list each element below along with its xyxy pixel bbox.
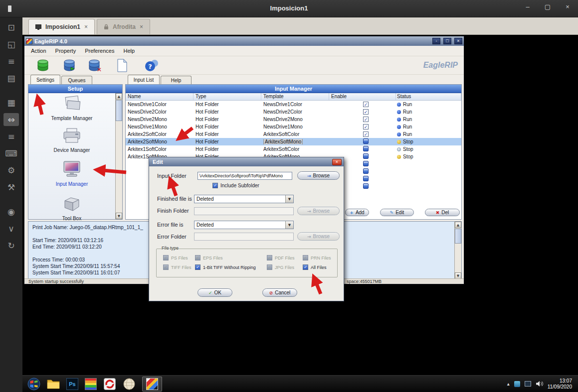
taskbar-clock[interactable]: 13:07 11/09/2020 xyxy=(548,378,572,390)
column-header[interactable]: Name xyxy=(126,93,193,100)
tray-display-icon[interactable] xyxy=(525,381,531,387)
job-delete-icon[interactable]: ✕ xyxy=(88,59,102,72)
tab-afrodita[interactable]: Afrodita × xyxy=(97,19,150,34)
tab-queues[interactable]: Queues xyxy=(61,76,92,84)
column-header[interactable]: Template xyxy=(261,93,329,100)
resize-window-icon[interactable]: ⇔ xyxy=(3,113,19,126)
edit-button[interactable]: ✎ Edit xyxy=(380,209,414,216)
jpg-files-checkbox[interactable]: JPG Files xyxy=(267,264,303,270)
checkbox-box[interactable] xyxy=(212,183,218,188)
table-row[interactable]: NewsDrive1Mono Hot Folder NewsDrive1Mono… xyxy=(126,123,461,131)
enable-checkbox[interactable] xyxy=(363,161,369,166)
enable-checkbox[interactable] xyxy=(363,109,369,115)
chevron-down-icon[interactable]: ▼ xyxy=(285,221,293,229)
tab-imposicion1[interactable]: Imposicion1 × xyxy=(28,19,95,34)
finished-file-select[interactable]: Deleted ▼ xyxy=(194,195,294,203)
setup-item-input-manager[interactable]: Input Manager xyxy=(32,160,111,187)
column-header[interactable]: Status xyxy=(396,93,461,100)
minimize-button[interactable]: – xyxy=(523,3,532,10)
ps-files-checkbox[interactable]: PS Files xyxy=(163,255,195,261)
rip-maximize-button[interactable]: □ xyxy=(443,38,451,44)
column-header[interactable]: Type xyxy=(193,93,261,100)
dialog-close-button[interactable]: × xyxy=(332,159,342,165)
table-row[interactable]: Arkitex1SoftColor Hot Folder ArkitexSoft… xyxy=(126,145,461,153)
menu-item[interactable]: Action xyxy=(26,48,51,54)
job-start-icon[interactable] xyxy=(63,59,76,72)
enable-checkbox[interactable] xyxy=(363,176,369,181)
tab-close-icon[interactable]: × xyxy=(140,23,143,30)
cancel-button[interactable]: ⊘ Cancel xyxy=(262,288,297,297)
keyboard-icon[interactable]: ⌨ xyxy=(3,147,19,160)
scroll-up-icon[interactable]: ▲ xyxy=(116,93,122,100)
checkbox-box[interactable] xyxy=(303,255,308,261)
tab-close-icon[interactable]: × xyxy=(84,23,88,30)
tab-input-list[interactable]: Input List xyxy=(128,75,160,84)
delete-button[interactable]: ✖ Del xyxy=(425,209,460,216)
menu-item[interactable]: Help xyxy=(119,48,139,54)
error-file-select[interactable]: Deleted ▼ xyxy=(194,221,294,229)
enable-checkbox[interactable] xyxy=(363,117,369,122)
rip-close-button[interactable]: × xyxy=(454,38,462,44)
job-submit-icon[interactable] xyxy=(36,59,49,72)
enable-checkbox[interactable] xyxy=(363,153,369,159)
tab-help[interactable]: Help xyxy=(161,76,192,84)
file-explorer-icon[interactable] xyxy=(47,378,60,391)
input-folder-browse-button[interactable]: → Browse xyxy=(297,171,340,180)
active-app-slot[interactable] xyxy=(142,377,162,392)
enable-checkbox[interactable] xyxy=(363,138,369,144)
close-button[interactable]: × xyxy=(563,3,572,10)
tray-status-icon[interactable] xyxy=(514,381,520,387)
scaled-mode-icon[interactable]: ◱ xyxy=(3,38,19,51)
onebit-tiff-checkbox[interactable]: 1-Bit TIFF Without Ripping xyxy=(195,264,267,270)
enable-checkbox[interactable] xyxy=(363,183,369,189)
enable-checkbox[interactable] xyxy=(363,124,369,130)
setup-scrollbar[interactable]: ▲ ▼ xyxy=(115,93,122,219)
help-icon[interactable]: ? xyxy=(144,59,159,73)
new-document-icon[interactable] xyxy=(117,59,128,72)
acrobat-icon[interactable] xyxy=(103,378,116,391)
checkbox-box[interactable] xyxy=(195,255,200,261)
menu-item[interactable]: Preferences xyxy=(80,48,119,54)
checkbox-box[interactable] xyxy=(303,264,308,270)
tray-volume-icon[interactable] xyxy=(536,381,543,387)
eps-files-checkbox[interactable]: EPS Files xyxy=(195,255,267,261)
table-row[interactable]: NewsDrive1Color Hot Folder NewsDrive1Col… xyxy=(126,101,461,108)
table-row[interactable]: NewsDrive2Mono Hot Folder NewsDrive2Mono… xyxy=(126,116,461,123)
include-subfolder-checkbox[interactable]: Include Subfolder xyxy=(212,183,259,188)
image-viewer-icon[interactable] xyxy=(85,378,97,390)
setup-item-device-manager[interactable]: Device Manager xyxy=(32,128,111,153)
tab-settings[interactable]: Settings xyxy=(30,75,60,84)
tiff-files-checkbox[interactable]: TIFF Files xyxy=(163,264,195,270)
scroll-down-icon[interactable]: ▼ xyxy=(116,213,122,219)
enable-checkbox[interactable] xyxy=(363,131,369,137)
checkbox-box[interactable] xyxy=(163,264,169,270)
reconnect-icon[interactable]: ↻ xyxy=(3,239,19,252)
grid-capture-icon[interactable]: ▦ xyxy=(3,96,19,109)
screenshot-icon[interactable]: ◉ xyxy=(3,205,19,218)
input-folder-field[interactable] xyxy=(198,173,292,178)
pdf-files-checkbox[interactable]: PDF Files xyxy=(267,255,303,261)
enable-checkbox[interactable] xyxy=(363,146,369,151)
start-button[interactable] xyxy=(27,378,40,391)
enable-checkbox[interactable] xyxy=(363,168,369,174)
menu-item[interactable]: Property xyxy=(51,48,81,54)
checkbox-box[interactable] xyxy=(163,255,169,261)
all-files-checkbox[interactable]: All Files xyxy=(303,264,337,270)
scroll-thumb[interactable] xyxy=(455,229,461,244)
rip-minimize-button[interactable]: - xyxy=(432,38,440,44)
table-row[interactable]: Arkitex2SoftMono Hot Folder ArkitexSoftM… xyxy=(126,138,461,145)
menu-icon[interactable]: ≡ xyxy=(3,55,19,68)
column-header[interactable]: Enable xyxy=(329,93,396,100)
checkbox-box[interactable] xyxy=(267,255,272,261)
chevron-down-icon[interactable]: ▼ xyxy=(285,195,293,203)
settings-gear-icon[interactable]: ⚙ xyxy=(3,164,19,177)
maximize-button[interactable]: ▢ xyxy=(543,3,552,10)
tools-icon[interactable]: ⚒ xyxy=(3,181,19,194)
setup-item-template-manager[interactable]: Template Manager xyxy=(32,95,111,121)
scroll-up-icon[interactable]: ▲ xyxy=(455,222,461,228)
prn-files-checkbox[interactable]: PRN Files xyxy=(303,255,337,261)
browser-globe-icon[interactable] xyxy=(123,378,136,391)
ok-button[interactable]: ✓ OK xyxy=(197,288,232,297)
chevron-down-icon[interactable]: ∨ xyxy=(3,222,19,235)
log-scrollbar[interactable]: ▲ ▼ xyxy=(454,222,461,279)
